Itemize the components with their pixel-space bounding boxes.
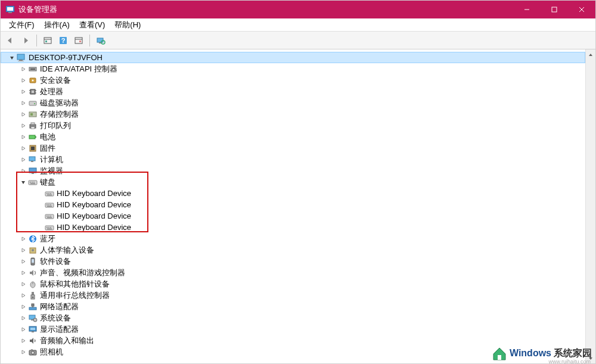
chevron-down-icon[interactable] [7,53,17,63]
svg-rect-48 [32,182,33,183]
chevron-right-icon[interactable] [18,121,28,130]
chevron-right-icon[interactable] [18,234,28,244]
menu-action[interactable]: 操作(A) [39,18,74,32]
display-icon [28,325,38,334]
svg-rect-7 [44,38,51,43]
tree-device[interactable]: HID Keyboard Device [1,210,585,222]
chevron-right-icon[interactable] [18,313,28,323]
tree-device[interactable]: HID Keyboard Device [1,199,585,210]
tree-category[interactable]: 键盘 [1,176,585,188]
menu-help[interactable]: 帮助(H) [110,18,145,32]
chevron-right-icon[interactable] [18,347,28,357]
svg-rect-54 [50,193,51,194]
titlebar: 设备管理器 [1,1,595,18]
node-label: HID Keyboard Device [57,223,131,232]
tree-category[interactable]: 存储控制器 [1,108,585,120]
tree-category[interactable]: 显示适配器 [1,323,585,335]
show-hidden-button[interactable] [41,33,55,48]
chevron-right-icon[interactable] [18,302,28,312]
maximize-button[interactable] [541,1,568,18]
node-label: 打印队列 [40,120,71,131]
tree-category[interactable]: 处理器 [1,86,585,97]
scroll-up-button[interactable] [586,49,595,60]
vertical-scrollbar[interactable] [585,49,595,363]
svg-rect-19 [19,60,23,61]
svg-rect-36 [31,123,35,125]
svg-rect-26 [32,91,34,93]
node-label: 固件 [40,143,55,154]
chevron-right-icon[interactable] [18,336,28,346]
svg-rect-15 [97,38,103,42]
chevron-right-icon[interactable] [18,64,28,74]
tree-category[interactable]: 安全设备 [1,74,585,86]
toolbar-separator [36,35,37,46]
tree-device[interactable]: HID Keyboard Device [1,222,585,233]
menu-view[interactable]: 查看(V) [74,18,110,32]
svg-rect-67 [46,227,48,228]
chevron-right-icon[interactable] [18,257,28,266]
tree-device[interactable]: HID Keyboard Device [1,188,585,199]
tree-category[interactable]: 通用串行总线控制器 [1,290,585,301]
menu-file[interactable]: 文件(F) [4,18,39,32]
camera-icon [28,347,38,357]
node-label: 磁盘驱动器 [40,98,79,108]
chevron-right-icon[interactable] [18,325,28,334]
nav-back-button[interactable] [3,33,17,48]
scroll-track[interactable] [586,60,595,353]
tree-category[interactable]: 磁盘驱动器 [1,97,585,108]
tree-category[interactable]: 音频输入和输出 [1,335,585,346]
scan-hardware-button[interactable] [94,33,108,48]
help-button[interactable]: ? [56,33,70,48]
chevron-down-icon[interactable] [18,178,28,187]
nav-forward-button[interactable] [18,33,33,48]
svg-rect-78 [32,292,34,295]
tree-category[interactable]: IDE ATA/ATAPI 控制器 [1,63,585,74]
tree-category[interactable]: 电池 [1,131,585,142]
node-label: 键盘 [40,177,55,188]
chevron-right-icon[interactable] [18,291,28,300]
computer-icon [17,53,26,63]
tree-category[interactable]: 声音、视频和游戏控制器 [1,267,585,278]
tree-category[interactable]: 监视器 [1,165,585,176]
properties-button[interactable] [72,33,86,48]
svg-rect-63 [48,216,49,217]
svg-rect-68 [48,227,49,228]
chevron-right-icon[interactable] [18,98,28,108]
tree-category[interactable]: 固件 [1,142,585,154]
pc-icon [28,155,38,164]
svg-rect-92 [31,349,33,350]
chevron-right-icon[interactable] [18,144,28,153]
tree-category[interactable]: 人体学输入设备 [1,244,585,256]
chevron-right-icon[interactable] [18,132,28,142]
chevron-right-icon[interactable] [18,76,28,85]
chevron-right-icon[interactable] [18,155,28,164]
tree-category[interactable]: 鼠标和其他指针设备 [1,278,585,290]
tree-category[interactable]: 计算机 [1,154,585,165]
svg-rect-93 [498,355,501,360]
tree-category[interactable]: 打印队列 [1,120,585,131]
chevron-right-icon[interactable] [18,166,28,176]
svg-rect-22 [30,69,35,70]
tree-category[interactable]: 系统设备 [1,312,585,323]
chevron-right-icon[interactable] [18,87,28,97]
tree-category[interactable]: 软件设备 [1,256,585,267]
svg-rect-37 [31,127,35,129]
minimize-button[interactable] [513,1,541,18]
tree-category[interactable]: 网络适配器 [1,301,585,312]
tree-category[interactable]: 蓝牙 [1,233,585,244]
chevron-right-icon[interactable] [18,110,28,119]
chevron-right-icon[interactable] [18,245,28,255]
svg-rect-82 [32,304,34,306]
window-controls [513,1,595,18]
device-tree[interactable]: DESKTOP-9TJVFOH IDE ATA/ATAPI 控制器 安全设备 处… [1,49,585,363]
tree-root[interactable]: DESKTOP-9TJVFOH [1,52,585,63]
close-button[interactable] [568,1,595,18]
chevron-right-icon[interactable] [18,268,28,278]
svg-rect-50 [30,183,35,184]
battery-icon [28,132,38,142]
chevron-right-icon[interactable] [18,279,28,289]
node-label: 计算机 [40,154,63,165]
keyboard-icon [45,200,54,210]
disk-icon [28,98,38,108]
svg-rect-9 [45,41,47,42]
